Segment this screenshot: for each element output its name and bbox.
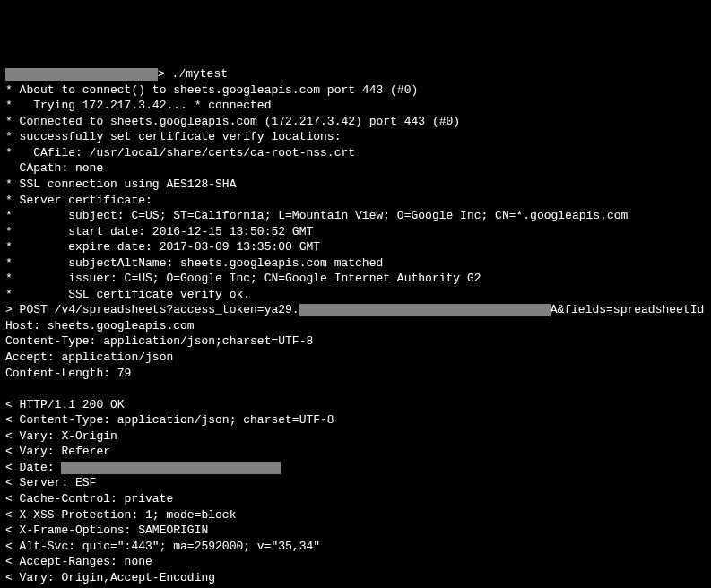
output-line: * SSL certificate verify ok. (5, 288, 250, 301)
terminal-output: > ./mytest * About to connect() to sheet… (5, 66, 706, 588)
output-line: * expire date: 2017-03-09 13:35:00 GMT (5, 240, 320, 254)
output-line: * About to connect() to sheets.googleapi… (5, 83, 418, 97)
output-line: * SSL connection using AES128-SHA (5, 177, 236, 191)
request-header-line: Content-Type: application/json;charset=U… (5, 334, 313, 348)
output-line: * issuer: C=US; O=Google Inc; CN=Google … (5, 272, 481, 285)
prompt-command: > ./mytest (158, 67, 228, 81)
output-line: * Trying 172.217.3.42... * connected (5, 99, 271, 112)
response-line: < Server: ESF (5, 476, 96, 489)
output-line: CApath: none (5, 161, 103, 175)
output-line: * Server certificate: (5, 194, 152, 207)
response-line: < HTTP/1.1 200 OK (5, 398, 125, 411)
response-line: < Alt-Svc: quic=":443"; ma=2592000; v="3… (5, 540, 320, 553)
response-line: < X-Frame-Options: SAMEORIGIN (5, 523, 208, 537)
output-line: * subjectAltName: sheets.googleapis.com … (5, 256, 383, 270)
response-date-line: < Date: (5, 461, 281, 474)
request-header-line: Host: sheets.googleapis.com (5, 319, 195, 333)
output-line: * Connected to sheets.googleapis.com (17… (5, 115, 460, 128)
request-header-line: Content-Length: 79 (5, 367, 131, 380)
prompt-line: > ./mytest (5, 67, 228, 81)
post-request-line: > POST /v4/spreadsheets?access_token=ya2… (5, 303, 711, 316)
redacted-hostname (5, 68, 158, 81)
response-line: < Vary: Referer (5, 445, 110, 458)
post-prefix: > POST /v4/spreadsheets?access_token=ya2… (5, 303, 299, 316)
redacted-token (299, 304, 551, 316)
blank-line (5, 382, 13, 395)
date-prefix: < Date: (5, 461, 61, 474)
output-line: * start date: 2016-12-15 13:50:52 GMT (5, 225, 313, 238)
request-header-line: Accept: application/json (5, 350, 173, 364)
output-line: * CAfile: /usr/local/share/certs/ca-root… (5, 146, 355, 160)
output-line: * successfully set certificate verify lo… (5, 130, 341, 143)
response-line: < Cache-Control: private (5, 492, 173, 506)
response-line: < Accept-Ranges: none (5, 555, 152, 568)
response-line: < Vary: X-Origin (5, 429, 117, 443)
post-suffix: A&fields=spreadsheetId HTTP/1.1 (551, 303, 711, 316)
response-line: < Content-Type: application/json; charse… (5, 413, 334, 427)
response-line: < Vary: Origin,Accept-Encoding (5, 571, 215, 584)
redacted-date (61, 462, 281, 474)
response-line: < X-XSS-Protection: 1; mode=block (5, 508, 236, 522)
output-line: * subject: C=US; ST=California; L=Mounta… (5, 209, 628, 222)
